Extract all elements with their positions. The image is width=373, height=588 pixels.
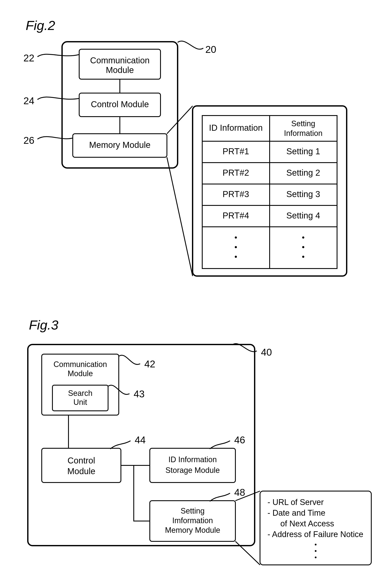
fig3-search-text2: Unit [73,398,87,407]
fig3-callout-bot [235,541,260,565]
svg-point-8 [235,246,237,248]
fig2-r2c2: Setting 2 [286,168,320,177]
fig2-r4c1: PRT#4 [223,211,249,220]
fig3-title: Fig.3 [29,317,58,332]
fig3-ref42: 42 [144,358,155,369]
fig2-r1c1: PRT#1 [223,147,249,156]
svg-point-13 [315,544,317,546]
fig3-ref46: 46 [234,434,245,445]
fig2-r2c1: PRT#2 [223,168,249,177]
fig2-lead26 [37,137,73,139]
svg-point-7 [235,236,237,239]
fig3-idinfo-text2: Storage Module [165,466,220,475]
fig2-ctrl-text: Control Module [91,99,149,109]
svg-point-14 [315,550,317,552]
fig3-lead46 [210,441,230,449]
fig3-ref43: 43 [134,388,144,399]
fig3-lead42 [119,355,140,364]
fig3-ref40: 40 [261,347,272,358]
fig2-lead22 [37,54,79,57]
fig3-idinfo-text1: ID Information [168,455,217,464]
svg-point-12 [302,256,304,258]
fig2-th1: ID Information [209,123,263,132]
fig3-ctrl-module [42,448,121,483]
fig2-ref26: 26 [23,135,34,146]
fig2-callout-bot [167,157,192,276]
fig2-ref22: 22 [23,52,34,63]
fig2-r1c2: Setting 1 [286,147,320,156]
fig3-setmem-text1: Setting [181,506,205,515]
fig3-list2: - Date and Time [267,508,325,517]
diagram-canvas: Fig.2 Communication Module Control Modul… [0,0,373,588]
fig3-ctrl-text2: Module [67,466,95,476]
fig2-th2b: Information [284,129,322,137]
fig2-ref20: 20 [205,44,216,55]
svg-point-11 [302,246,304,248]
fig3-idinfo-module [150,448,235,483]
fig2-r3c2: Setting 3 [286,189,320,199]
fig2-ref24: 24 [23,95,34,106]
fig2-r3c1: PRT#3 [223,189,249,199]
fig2-comm-text1: Communication [90,56,149,65]
fig3-search-text1: Search [68,389,92,398]
fig3-link3 [134,465,150,521]
fig3-lead44 [110,441,130,449]
fig3-list1: - URL of Server [267,498,324,507]
svg-point-9 [235,256,237,258]
svg-point-15 [315,556,317,558]
fig2-callout-top [167,106,192,134]
fig3-ref44: 44 [135,434,146,445]
fig3-list2b: of Next Access [280,519,334,528]
fig2-comm-text2: Module [106,65,134,75]
fig2-th2a: Setting [291,119,315,128]
fig3-comm-text2: Module [68,369,93,378]
fig2-r4c2: Setting 4 [286,211,320,220]
fig2-table: ID Information Setting Information PRT#1… [202,116,337,269]
fig3-comm-text1: Communication [53,360,107,369]
fig3-setmem-text3: Memory Module [165,526,220,535]
fig3-ref48: 48 [234,487,245,498]
fig3-setmem-text2: Imformation [172,516,213,525]
fig2-title: Fig.2 [26,18,55,33]
fig2-lead24 [37,97,79,99]
fig2-lead20 [178,41,203,49]
fig3-list3: - Address of Failure Notice [267,530,363,539]
svg-point-10 [302,236,304,239]
fig3-ctrl-text1: Control [68,456,95,465]
fig2-mem-text: Memory Module [89,140,151,150]
fig3-lead48 [210,493,230,501]
